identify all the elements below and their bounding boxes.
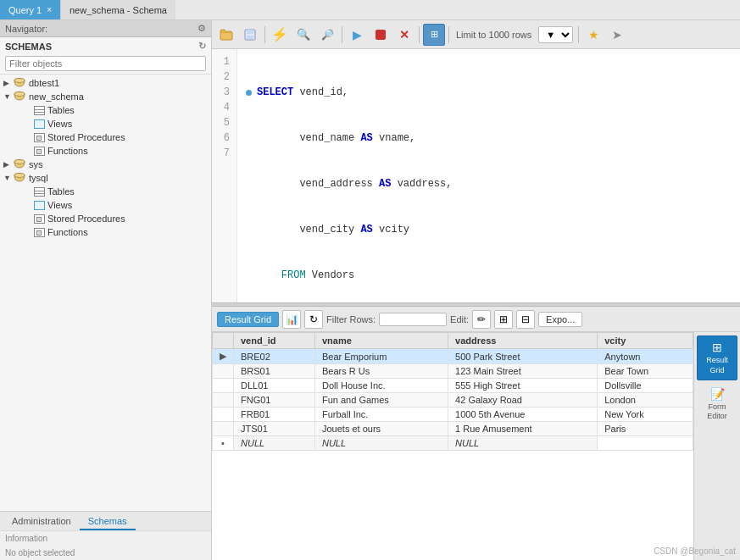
open-file-button[interactable] [215,24,237,46]
col-vaddress-header[interactable]: vaddress [448,333,598,349]
result-grid-tab[interactable]: Result Grid [217,312,279,327]
clear-button[interactable]: ✕ [393,24,415,46]
tree-item-new-schema-tables[interactable]: Tables [0,103,211,117]
tysql-procs-label: Stored Procedures [47,213,125,224]
col-vcity-header[interactable]: vcity [598,333,693,349]
watermark: CSDN @Begonia_cat [654,546,736,556]
separator-4 [448,26,449,43]
svg-point-7 [14,174,25,178]
info-bar: Information [0,530,211,546]
run-button[interactable]: ▶ [346,24,368,46]
svg-rect-8 [220,32,232,40]
search-button[interactable]: 🔎 [316,24,338,46]
cell-vend-id: FRB01 [234,408,315,422]
tysql-tables-label: Tables [47,186,75,197]
data-table-container[interactable]: vend_id vname vaddress vcity ▶ BRE02 [212,332,693,560]
explain-icon: 🔍 [297,28,310,41]
cell-vname: Fun and Games [314,393,448,408]
table-row[interactable]: FRB01 Furball Inc. 1000 5th Avenue New Y… [213,408,693,422]
cell-vaddress: 42 Galaxy Road [448,393,598,408]
filter-input[interactable] [5,56,206,71]
procs-icon [34,133,45,142]
edit-label: Edit: [450,314,469,324]
table-row[interactable]: FNG01 Fun and Games 42 Galaxy Road Londo… [213,393,693,408]
tree-item-new-schema-views[interactable]: Views [0,117,211,130]
new-schema-funcs-label: Functions [47,146,88,156]
right-sidebar: ⊞ ResultGrid 📝 FormEditor [693,332,740,560]
funcs-icon [34,147,45,156]
result-grid-button[interactable]: ⊞ ResultGrid [697,335,737,380]
tree-item-tysql[interactable]: ▼ tysql [0,171,211,185]
line-numbers: 1 2 3 4 5 6 7 [212,49,237,302]
code-content[interactable]: SELECT vend_id, vend_name AS vname, vend… [237,49,740,302]
tree-item-tysql-procs[interactable]: Stored Procedures [0,212,211,225]
navigator: Navigator: ⚙ SCHEMAS ↻ ▶ [0,20,212,560]
send-button[interactable]: ➤ [606,24,628,46]
table-row[interactable]: DLL01 Doll House Inc. 555 High Street Do… [213,379,693,393]
col-vend-id-header[interactable]: vend_id [234,333,315,349]
toggle-button[interactable]: ⊞ [423,24,445,46]
export-tab[interactable]: Expo... [538,312,582,327]
chart-icon: 📊 [286,313,298,325]
schemas-section: SCHEMAS ↻ [0,37,211,53]
tysql-funcs-label: Functions [47,227,88,237]
lightning-icon: ⚡ [271,26,288,42]
add-row-btn[interactable]: ⊞ [494,310,513,329]
separator-1 [264,26,265,43]
chart-icon-btn[interactable]: 📊 [282,310,301,329]
db-icon-new-schema [14,91,25,102]
sys-label: sys [29,159,43,169]
table-row[interactable]: JTS01 Jouets et ours 1 Rue Amusement Par… [213,422,693,436]
tree-item-tysql-funcs[interactable]: Functions [0,225,211,239]
close-tab-icon[interactable]: × [47,5,52,14]
tree-item-tysql-tables[interactable]: Tables [0,185,211,198]
del-row-btn[interactable]: ⊟ [516,310,535,329]
cell-vaddress: 123 Main Street [448,364,598,379]
save-button[interactable] [239,24,261,46]
tree-item-new-schema[interactable]: ▼ new_schema [0,90,211,103]
stop-button[interactable] [370,24,392,46]
limit-select[interactable]: ▼ [538,26,573,43]
cell-vcity: Anytown [598,349,693,364]
refresh-result-btn[interactable]: ↻ [304,310,323,329]
tysql-label: tysql [29,173,48,183]
edit-icon-btn[interactable]: ✏ [472,310,491,329]
table-row[interactable]: BRS01 Bears R Us 123 Main Street Bear To… [213,364,693,379]
tab-bar: Query 1 × new_schema - Schema [0,0,740,20]
svg-point-1 [14,79,25,83]
tables-icon [34,106,45,115]
execute-button[interactable]: ⚡ [269,24,291,46]
svg-point-5 [14,160,25,164]
explain-button[interactable]: 🔍 [292,24,314,46]
tree-item-sys[interactable]: ▶ sys [0,158,211,171]
administration-tab[interactable]: Administration [3,513,80,530]
cell-vname: Bear Emporium [314,349,448,364]
cell-vname: Doll House Inc. [314,379,448,393]
col-vname-header[interactable]: vname [314,333,448,349]
code-editor: 1 2 3 4 5 6 7 SELECT vend_id, ve [212,49,740,302]
arrow-tysql: ▼ [3,174,14,182]
add-row-icon: ⊞ [499,313,508,325]
star-button[interactable]: ★ [582,24,604,46]
tree-item-dbtest1[interactable]: ▶ dbtest1 [0,76,211,90]
table-row[interactable]: ▶ BRE02 Bear Emporium 500 Park Street An… [213,349,693,364]
filter-rows-input[interactable] [379,313,447,326]
result-grid-icon: ⊞ [699,340,735,355]
cell-vcity: Dollsville [598,379,693,393]
tysql-procs-icon [34,214,45,224]
tysql-funcs-icon [34,228,45,237]
schemas-tab[interactable]: Schemas [80,513,136,530]
editor-toolbar: ⚡ 🔍 🔎 ▶ [212,20,740,49]
tree-item-new-schema-procs[interactable]: Stored Procedures [0,130,211,144]
cell-vend-id: BRE02 [234,349,315,364]
tree-item-tysql-views[interactable]: Views [0,198,211,212]
save-icon [244,29,256,41]
refresh-icon[interactable]: ↻ [198,41,206,52]
form-editor-button[interactable]: 📝 FormEditor [697,382,737,427]
tree-item-new-schema-funcs[interactable]: Functions [0,144,211,158]
arrow-dbtest1: ▶ [3,79,14,87]
result-content: vend_id vname vaddress vcity ▶ BRE02 [212,332,740,560]
query-tab[interactable]: Query 1 × [0,0,61,19]
views-icon [34,119,45,129]
table-row[interactable]: • NULL NULL NULL [213,436,693,451]
